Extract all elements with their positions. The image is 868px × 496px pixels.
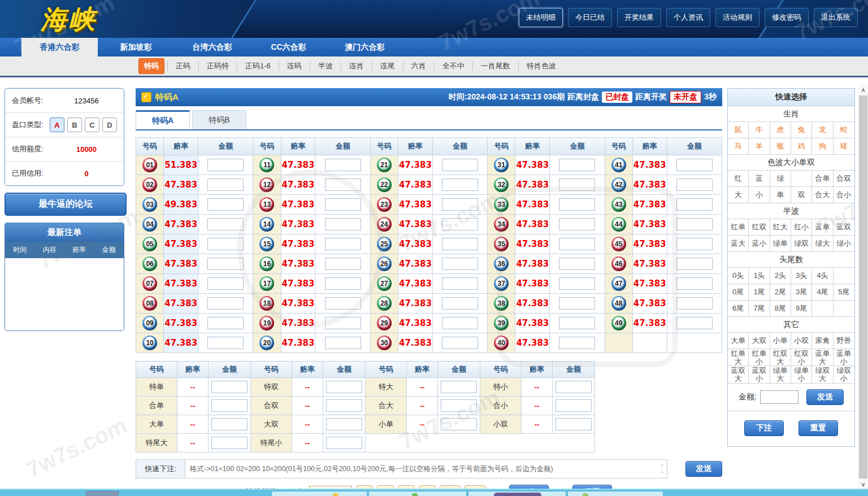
bet-amount-input[interactable] xyxy=(325,258,361,270)
quick-cell[interactable]: 2尾 xyxy=(770,284,791,301)
bet-amount-input[interactable] xyxy=(326,437,362,449)
lottery-tab[interactable]: 新加坡彩 xyxy=(98,38,174,56)
quick-cell[interactable]: 2头 xyxy=(770,268,791,284)
bet-amount-input[interactable] xyxy=(559,258,595,270)
quick-cell[interactable]: 羊 xyxy=(749,138,770,155)
bet-amount-input[interactable] xyxy=(211,381,248,393)
quick-order-input[interactable]: 格式->01=100 02=200 10=200(01号100元,02号200,… xyxy=(185,464,658,474)
quick-cell[interactable]: 4尾 xyxy=(812,284,833,301)
bet-amount-input[interactable] xyxy=(555,399,592,412)
quick-cell[interactable]: 红双大 xyxy=(770,349,791,366)
quick-cell[interactable]: 蓝双小 xyxy=(749,366,770,383)
bet-amount-input[interactable] xyxy=(442,238,478,250)
bet-amount-input[interactable] xyxy=(559,337,595,349)
bet-amount-input[interactable] xyxy=(211,399,248,412)
bet-amount-input[interactable] xyxy=(555,418,592,430)
bet-type-tab[interactable]: 正码 xyxy=(171,59,196,73)
spinner-control[interactable]: ⌃⌄ xyxy=(658,464,667,473)
bet-label-cell[interactable]: 大双 xyxy=(251,415,292,434)
quick-cell[interactable]: 绿双小 xyxy=(834,366,854,383)
nav-button-5[interactable]: 活动规则 xyxy=(715,8,760,27)
lottery-tab[interactable]: 台湾六合彩 xyxy=(174,38,250,56)
quick-cell[interactable]: 绿双大 xyxy=(812,366,833,383)
bet-amount-input[interactable] xyxy=(676,218,713,230)
bet-amount-input[interactable] xyxy=(441,381,477,393)
nav-button-3[interactable]: 开奖结果 xyxy=(617,8,661,27)
bet-amount-input[interactable] xyxy=(207,179,244,191)
forum-button[interactable]: 最牛逼的论坛 xyxy=(5,193,127,216)
bet-amount-input[interactable] xyxy=(676,238,713,250)
quick-cell[interactable]: 绿双 xyxy=(791,236,812,252)
quick-cell[interactable]: 绿单 xyxy=(770,236,791,252)
bet-label-cell[interactable]: 合小 xyxy=(480,397,522,415)
bet-label-cell[interactable]: 特尾大 xyxy=(136,434,177,453)
quick-cell[interactable]: 红大 xyxy=(770,219,791,236)
nav-button-7[interactable]: 退出系统 xyxy=(814,8,858,27)
nav-button-6[interactable]: 修改密码 xyxy=(765,8,809,27)
vertical-scrollbar[interactable]: ∧ ∨ xyxy=(858,85,868,489)
quick-cell[interactable]: 绿单大 xyxy=(770,366,791,383)
quick-cell[interactable]: 3头 xyxy=(791,268,812,284)
bet-label-cell[interactable]: 合单 xyxy=(136,397,177,415)
qs-amount-input[interactable] xyxy=(760,390,798,404)
quick-cell[interactable]: 野兽 xyxy=(834,333,854,349)
quick-cell[interactable]: 3尾 xyxy=(791,284,812,301)
quick-cell[interactable]: 红 xyxy=(728,171,749,187)
bet-amount-input[interactable] xyxy=(211,418,248,430)
bet-amount-input[interactable] xyxy=(442,159,478,171)
bet-amount-input[interactable] xyxy=(325,277,361,290)
bet-type-tab[interactable]: 正码特 xyxy=(202,59,234,73)
nav-button-4[interactable]: 个人资讯 xyxy=(666,8,710,27)
quick-cell[interactable]: 大单 xyxy=(728,333,749,349)
quick-cell[interactable]: 猴 xyxy=(770,138,791,155)
bet-amount-input[interactable] xyxy=(442,218,478,230)
bet-type-tab[interactable]: 连肖 xyxy=(344,59,369,73)
quick-cell[interactable]: 单 xyxy=(770,187,791,203)
handicap-type-A[interactable]: A xyxy=(50,118,64,132)
scrollbar-thumb[interactable] xyxy=(859,95,867,478)
bet-label-cell[interactable]: 特尾小 xyxy=(251,434,292,453)
bet-amount-input[interactable] xyxy=(442,297,478,310)
bet-amount-input[interactable] xyxy=(559,277,595,290)
bet-amount-input[interactable] xyxy=(207,297,244,310)
quick-cell[interactable]: 6尾 xyxy=(728,301,749,317)
bet-amount-input[interactable] xyxy=(325,198,361,211)
bet-amount-input[interactable] xyxy=(559,159,595,171)
bet-amount-input[interactable] xyxy=(207,159,244,171)
lottery-tab[interactable]: 澳门六合彩 xyxy=(327,38,403,56)
bet-type-tab[interactable]: 连尾 xyxy=(375,59,400,73)
bet-amount-input[interactable] xyxy=(559,297,595,310)
bet-amount-input[interactable] xyxy=(325,317,361,329)
quick-cell[interactable]: 家禽 xyxy=(812,333,833,349)
bet-amount-input[interactable] xyxy=(325,337,361,349)
bet-amount-input[interactable] xyxy=(442,337,478,349)
bet-amount-input[interactable] xyxy=(211,437,248,449)
nav-button-2[interactable]: 今日已结 xyxy=(568,8,612,27)
bet-label-cell[interactable]: 合双 xyxy=(251,397,292,415)
quick-cell[interactable]: 大 xyxy=(728,187,749,203)
bet-amount-input[interactable] xyxy=(325,297,361,310)
bet-amount-input[interactable] xyxy=(441,399,477,412)
bet-amount-input[interactable] xyxy=(555,381,592,393)
bet-amount-input[interactable] xyxy=(326,399,362,412)
place-bet-button[interactable]: 下注 xyxy=(744,420,784,436)
quick-cell[interactable]: 红单小 xyxy=(749,349,770,366)
scroll-down-arrow-icon[interactable]: ∨ xyxy=(858,479,868,489)
bet-amount-input[interactable] xyxy=(207,317,244,329)
handicap-type-C[interactable]: C xyxy=(85,118,99,132)
quick-cell[interactable]: 红单大 xyxy=(728,349,749,366)
bet-amount-input[interactable] xyxy=(559,198,595,211)
quick-cell[interactable]: 1头 xyxy=(749,268,770,284)
quick-cell[interactable]: 双 xyxy=(791,187,812,203)
bet-amount-input[interactable] xyxy=(207,258,244,270)
bet-label-cell[interactable]: 特小 xyxy=(480,378,522,397)
quick-cell[interactable]: 马 xyxy=(728,138,749,155)
bet-label-cell[interactable]: 大单 xyxy=(136,415,177,434)
bet-label-cell[interactable]: 特大 xyxy=(366,378,407,397)
quick-order-send-button[interactable]: 发送 xyxy=(685,461,722,477)
bet-amount-input[interactable] xyxy=(442,277,478,290)
bet-label-cell[interactable]: 小单 xyxy=(366,415,407,434)
bet-amount-input[interactable] xyxy=(441,418,477,430)
quick-cell[interactable]: 0头 xyxy=(728,268,749,284)
bet-type-tab[interactable]: 特肖色波 xyxy=(522,59,561,73)
